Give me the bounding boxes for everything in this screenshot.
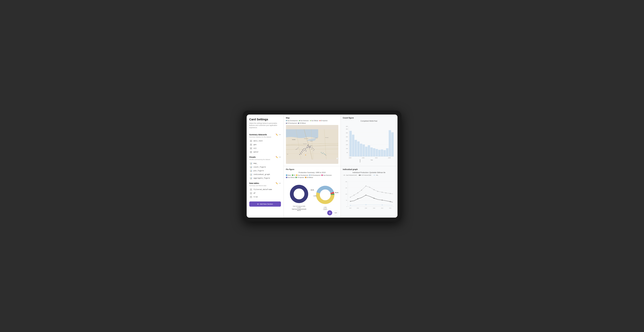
legend-gas-produced: Gas Produced (mcf) [343, 174, 357, 176]
list-item-aggregate_figure[interactable]: 📊 aggregate_figure [249, 176, 281, 180]
list-item-well_text[interactable]: ⊞ well_text [249, 139, 281, 143]
individual-graph-card: Indivudual graph Individual Production: … [340, 166, 398, 218]
svg-point-25 [310, 147, 311, 148]
legend-item-gas-dev: Gas Development [286, 120, 298, 121]
svg-point-30 [303, 149, 304, 149]
svg-point-97 [294, 189, 304, 199]
action-buttons: ⊞ </> [327, 210, 338, 215]
svg-rect-87 [388, 130, 391, 157]
list-item-map_[interactable]: 📊 map_ [249, 162, 281, 165]
grid-icon-oil: ⊞ [250, 147, 252, 150]
svg-rect-78 [365, 147, 368, 157]
svg-text:200: 200 [346, 140, 348, 141]
legend-item-water: Water [286, 174, 291, 176]
legend-label-gas-dev: Gas Development [287, 120, 298, 121]
svg-text:400: 400 [346, 126, 348, 127]
edit-icon-summary[interactable]: ✏️ [276, 134, 278, 136]
pie-figure-title: Pie figure [286, 168, 338, 170]
legend-item-oil-p: Oil [292, 174, 295, 176]
visuals-section-title: Visuals [249, 156, 256, 158]
svg-marker-132 [369, 187, 370, 188]
svg-rect-84 [381, 150, 383, 157]
add-section-button[interactable]: ⊞ Add New Section [249, 201, 281, 207]
item-label-well_text: well_text [254, 140, 263, 142]
svg-text:Year: Year [370, 159, 373, 161]
svg-text:2010: 2010 [381, 207, 383, 209]
grid-icon-water: ⊞ [250, 151, 252, 153]
more-icon-datatables[interactable]: ••• [279, 182, 281, 184]
item-label-oil: oil [254, 147, 256, 149]
svg-point-19 [307, 147, 308, 147]
svg-text:2008: 2008 [373, 207, 375, 209]
svg-point-40 [311, 149, 312, 149]
svg-point-48 [323, 153, 324, 153]
list-item-count_figure[interactable]: 📊 count_figure [249, 165, 281, 169]
svg-point-29 [306, 151, 306, 151]
visuals-section-icons: ✏️ ••• [276, 156, 281, 158]
svg-point-49 [324, 154, 324, 154]
item-label-pie_figure: pie_figure [254, 170, 264, 172]
legend-label-gas-produced: Gas Produced (mcf) [346, 174, 357, 176]
list-item-pie_figure[interactable]: 📊 pie_figure [249, 169, 281, 173]
edit-icon-visuals[interactable]: ✏️ [276, 156, 278, 158]
chart-icon-pie_figure: 📊 [250, 170, 252, 172]
svg-text:1990: 1990 [349, 157, 351, 159]
svg-text:350: 350 [346, 128, 348, 130]
legend-item-gas-wildcat: Gas Wildcat [310, 120, 318, 121]
svg-point-21 [308, 147, 308, 148]
svg-text:Lockport: Lockport [315, 137, 318, 138]
svg-point-26 [305, 148, 306, 149]
right-donut-chart: 39.4% 54.1% 3.08% 2.98% 0.411% 0.0685% [315, 184, 336, 210]
code-button[interactable]: </> [333, 210, 338, 215]
svg-point-17 [307, 145, 308, 146]
svg-rect-79 [368, 145, 370, 157]
svg-text:200: 200 [345, 181, 347, 182]
item-label-df: df [254, 192, 256, 194]
svg-point-27 [305, 149, 306, 150]
list-item-oil[interactable]: ⊞ oil [249, 147, 281, 150]
datatables-section-title: Data tables [249, 182, 259, 184]
svg-marker-128 [354, 195, 354, 196]
layout-button[interactable]: ⊞ [327, 210, 332, 215]
more-icon-visuals[interactable]: ••• [279, 156, 281, 158]
svg-rect-76 [360, 144, 362, 157]
svg-point-35 [300, 153, 301, 153]
svg-text:2004: 2004 [356, 207, 359, 209]
item-label-map_: map_ [254, 162, 258, 164]
svg-point-38 [312, 147, 312, 148]
sidebar-title: Card Settings [249, 118, 281, 121]
add-section-label: Add New Section [260, 203, 273, 205]
svg-rect-88 [391, 132, 394, 157]
list-item-individual_graph[interactable]: 📊 indivudual_graph [249, 173, 281, 176]
legend-label-oil-produced: Oil Produced (bbl) [362, 174, 371, 176]
chart-icon-individual_graph: 📊 [250, 173, 252, 176]
list-item-water[interactable]: ⊞ water [249, 150, 281, 154]
map-area[interactable]: Hamilton Niagara Falls Lockport Rocheste… [286, 125, 338, 164]
svg-point-31 [302, 150, 303, 150]
svg-text:1995: 1995 [362, 157, 364, 159]
list-item-trim[interactable]: ≡ trim [249, 195, 281, 199]
list-item-gas[interactable]: ⊞ gas [249, 143, 281, 147]
visuals-section-desc: Visuals summarizing the dataset [249, 159, 281, 160]
list-item-filtered_dataframe[interactable]: ≡ filtered_dataframe [249, 188, 281, 191]
svg-text:Hamilton: Hamilton [292, 139, 296, 140]
svg-rect-83 [378, 150, 380, 157]
svg-text:300: 300 [346, 132, 348, 134]
edit-icon-datatables[interactable]: ✏️ [276, 182, 278, 184]
svg-point-39 [313, 148, 313, 149]
table-icon-df: ≡ [250, 192, 252, 194]
legend-item-gas-ext-p: Gas Extension [322, 174, 332, 176]
legend-label-oil-dev-p: Oil Development [311, 174, 320, 176]
svg-text:0: 0 [346, 206, 347, 207]
list-item-df[interactable]: ≡ df [249, 191, 281, 195]
more-icon-summary[interactable]: ••• [279, 134, 281, 136]
map-legend: Gas Development Gas Extension Gas Wildca… [286, 120, 338, 124]
svg-text:Niagara Falls: Niagara Falls [304, 138, 308, 139]
svg-point-36 [301, 154, 301, 154]
svg-text:2000: 2000 [375, 157, 378, 159]
svg-text:Welland: Welland [310, 141, 312, 142]
svg-text:50: 50 [346, 152, 348, 153]
svg-text:150: 150 [345, 187, 347, 188]
legend-label-oil-dev: Oil Development [287, 123, 297, 124]
table-icon-filtered_dataframe: ≡ [250, 188, 252, 191]
